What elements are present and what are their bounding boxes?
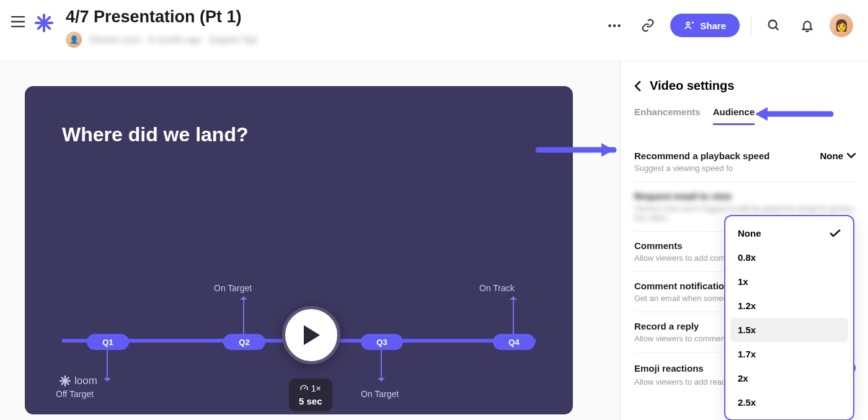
video-player[interactable]: Where did we land? Q1 Q2 Q3 Q4 On Target…: [25, 86, 573, 414]
share-label: Share: [700, 20, 726, 31]
setting-label: Recommend a playback speed: [634, 151, 769, 161]
header-bar: 4/7 Presentation (Pt 1) 👤 Shared Loom 6 …: [0, 0, 868, 61]
speed-option-1-2x[interactable]: 1.2x: [725, 294, 853, 318]
more-options-icon[interactable]: [603, 14, 626, 37]
author-name: Shared Loom: [89, 35, 141, 45]
search-icon[interactable]: [763, 14, 785, 37]
copy-link-icon[interactable]: [637, 14, 659, 37]
divider: [751, 17, 751, 34]
quarter-label: Off Target: [56, 389, 94, 399]
slide-arrow: [243, 297, 244, 334]
speed-option-2-5x[interactable]: 2.5x: [725, 390, 853, 414]
setting-label: Comments: [634, 240, 683, 251]
svg-point-4: [609, 24, 611, 27]
speed-option-2x[interactable]: 2x: [725, 366, 853, 390]
check-icon: [830, 229, 841, 238]
tab-enhancements[interactable]: Enhancements: [634, 107, 701, 125]
setting-label: Emoji reactions: [634, 363, 704, 374]
title-area: 4/7 Presentation (Pt 1) 👤 Shared Loom 6 …: [66, 7, 603, 48]
speed-option-1-5x[interactable]: 1.5x: [730, 318, 848, 342]
play-button[interactable]: [282, 306, 340, 364]
settings-header: Video settings: [634, 79, 856, 93]
quarter-q2: Q2: [223, 334, 265, 350]
meta-row: 👤 Shared Loom 6 months ago Support Tips: [66, 32, 603, 48]
share-button[interactable]: Share: [670, 14, 740, 37]
menu-icon[interactable]: [11, 16, 25, 30]
speed-indicator[interactable]: 1× 5 sec: [289, 378, 332, 411]
svg-point-6: [618, 24, 621, 27]
speed-option-none[interactable]: None: [725, 221, 853, 245]
setting-playback-speed: Recommend a playback speed None Suggest …: [634, 142, 856, 182]
svg-point-7: [687, 22, 690, 25]
setting-desc: Suggest a viewing speed fo: [634, 164, 856, 173]
slide-title: Where did we land?: [62, 123, 248, 146]
quarter-label: On Target: [214, 283, 252, 293]
video-topic: Support Tips: [209, 35, 258, 45]
quarter-q1: Q1: [87, 334, 129, 350]
loom-watermark: loom: [60, 375, 97, 387]
author-avatar[interactable]: 👤: [66, 32, 82, 48]
svg-point-8: [769, 20, 777, 28]
share-icon: [684, 20, 695, 31]
speed-value: 1×: [311, 383, 321, 393]
playback-speed-menu: None 0.8x 1x 1.2x 1.5x 1.7x 2x 2.5x: [724, 215, 854, 420]
setting-label: Comment notification: [634, 281, 730, 291]
quarter-q3: Q3: [361, 334, 403, 350]
dropdown-value: None: [820, 151, 844, 161]
speed-icon: [300, 385, 308, 393]
video-area: Where did we land? Q1 Q2 Q3 Q4 On Target…: [0, 61, 620, 420]
quarter-label: On Target: [361, 389, 399, 399]
svg-point-5: [613, 24, 616, 27]
quarter-q4: Q4: [493, 334, 535, 350]
speed-option-1-7x[interactable]: 1.7x: [725, 342, 853, 366]
setting-label: Request email to view: [634, 191, 732, 201]
notifications-icon[interactable]: [796, 14, 818, 37]
play-icon: [301, 324, 321, 346]
slide-arrow: [107, 350, 108, 381]
annotation-arrow: [749, 105, 836, 125]
playback-speed-dropdown[interactable]: None: [820, 151, 856, 161]
setting-label: Record a reply: [634, 321, 699, 331]
page-title: 4/7 Presentation (Pt 1): [66, 7, 603, 27]
slide-arrow: [513, 297, 514, 334]
chevron-down-icon: [847, 153, 856, 159]
speed-option-0-8x[interactable]: 0.8x: [725, 245, 853, 269]
settings-title: Video settings: [650, 79, 734, 93]
user-avatar[interactable]: 👩: [830, 14, 853, 37]
loom-logo-icon[interactable]: [35, 14, 53, 35]
video-age: 6 months ago: [149, 35, 202, 45]
annotation-arrow: [533, 141, 620, 161]
back-icon[interactable]: [634, 81, 641, 92]
slide-arrow: [381, 350, 382, 381]
loom-burst-icon: [60, 375, 71, 387]
duration-value: 5 sec: [299, 396, 322, 406]
speed-option-1x[interactable]: 1x: [725, 269, 853, 294]
main-content: Where did we land? Q1 Q2 Q3 Q4 On Target…: [0, 61, 868, 420]
quarter-label: On Track: [479, 283, 515, 293]
header-actions: Share 👩: [603, 14, 853, 37]
